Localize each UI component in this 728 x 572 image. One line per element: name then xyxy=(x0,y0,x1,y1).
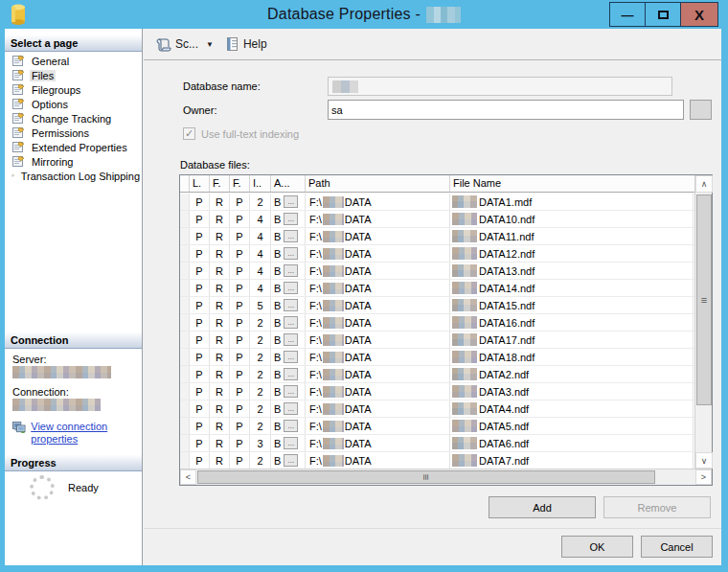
row-selector[interactable] xyxy=(180,366,190,382)
table-row[interactable]: PRP5B...F:\DATADATA15.ndf xyxy=(180,297,694,314)
column-header-autogrowth[interactable]: A... xyxy=(271,175,306,192)
row-selector[interactable] xyxy=(180,349,190,365)
table-row[interactable]: PRP2B...F:\DATADATA2.ndf xyxy=(180,366,694,383)
view-connection-properties[interactable]: View connection properties xyxy=(12,421,137,446)
row-selector[interactable] xyxy=(180,211,190,227)
cell-file-type: R xyxy=(210,280,230,296)
table-row[interactable]: PRP2B...F:\DATADATA3.ndf xyxy=(180,383,694,400)
sidebar-item-general[interactable]: General xyxy=(5,54,142,68)
vertical-scrollbar[interactable]: ∧ ≡ ∨ xyxy=(694,175,712,469)
help-button[interactable]: Help xyxy=(243,37,267,51)
autogrowth-browse-button[interactable]: ... xyxy=(284,247,298,260)
row-selector[interactable] xyxy=(180,418,190,434)
sidebar-item-files[interactable]: Files xyxy=(5,68,142,82)
row-selector[interactable] xyxy=(180,263,190,279)
table-row[interactable]: PRP2B...F:\DATADATA17.ndf xyxy=(180,332,694,349)
row-selector[interactable] xyxy=(180,435,190,451)
column-header-file-type[interactable]: F. xyxy=(210,175,230,192)
autogrowth-browse-button[interactable]: ... xyxy=(284,333,298,346)
add-button[interactable]: Add xyxy=(489,496,596,518)
sidebar-item-options[interactable]: Options xyxy=(5,97,142,111)
autogrowth-browse-button[interactable]: ... xyxy=(284,420,298,432)
view-connection-properties-link[interactable]: View connection properties xyxy=(31,421,137,446)
table-row[interactable]: PRP4B...F:\DATADATA14.ndf xyxy=(180,280,694,297)
scroll-right-icon[interactable]: > xyxy=(695,469,712,485)
cell-initial-size: 2 xyxy=(250,332,271,348)
remove-button[interactable]: Remove xyxy=(603,496,711,518)
autogrowth-browse-button[interactable]: ... xyxy=(284,402,298,415)
autogrowth-browse-button[interactable]: ... xyxy=(284,385,298,398)
logical-name-value: P xyxy=(195,196,202,208)
vertical-scrollbar-thumb[interactable]: ≡ xyxy=(696,194,712,405)
cancel-button[interactable]: Cancel xyxy=(641,536,713,558)
owner-input[interactable] xyxy=(328,100,684,120)
fulltext-checkbox[interactable]: ✓ xyxy=(183,127,195,140)
logical-name-value: P xyxy=(195,214,202,225)
column-header-filegroup[interactable]: F. xyxy=(230,175,250,192)
close-button[interactable]: X xyxy=(680,2,718,27)
autogrowth-browse-button[interactable]: ... xyxy=(284,264,298,277)
autogrowth-browse-button[interactable]: ... xyxy=(284,230,298,242)
row-selector[interactable] xyxy=(180,297,190,313)
column-header-logical-name[interactable]: L. xyxy=(190,175,210,192)
row-selector[interactable] xyxy=(180,332,190,348)
column-header-path[interactable]: Path xyxy=(306,175,450,192)
table-row[interactable]: PRP4B...F:\DATADATA13.ndf xyxy=(180,263,694,280)
minimize-button[interactable]: — xyxy=(609,2,646,27)
row-selector[interactable] xyxy=(180,452,190,469)
filegroup-value: P xyxy=(236,421,242,432)
row-selector[interactable] xyxy=(180,280,190,296)
sidebar-item-mirroring[interactable]: Mirroring xyxy=(5,154,142,169)
autogrowth-browse-button[interactable]: ... xyxy=(284,316,298,329)
cell-filegroup: P xyxy=(230,245,250,262)
table-row[interactable]: PRP4B...F:\DATADATA10.ndf xyxy=(180,211,694,228)
titlebar[interactable]: Database Properties - — X xyxy=(0,0,728,29)
scroll-down-icon[interactable]: ∨ xyxy=(695,452,713,469)
table-row[interactable]: PRP2B...F:\DATADATA1.mdf xyxy=(180,194,694,211)
horizontal-scrollbar-thumb[interactable]: ≡ xyxy=(197,470,655,484)
table-row[interactable]: PRP2B...F:\DATADATA7.ndf xyxy=(180,452,694,469)
filegroup-value: P xyxy=(236,317,242,329)
initial-size-value: 2 xyxy=(257,421,262,432)
row-selector[interactable] xyxy=(180,400,190,417)
column-header-file-name[interactable]: File Name xyxy=(450,175,694,192)
autogrowth-browse-button[interactable]: ... xyxy=(284,454,298,467)
owner-browse-button[interactable] xyxy=(690,100,712,120)
autogrowth-browse-button[interactable]: ... xyxy=(284,351,298,363)
script-button[interactable]: Sc... xyxy=(175,37,198,51)
sidebar-item-filegroups[interactable]: Filegroups xyxy=(5,82,142,97)
sidebar-item-transaction-log-shipping[interactable]: Transaction Log Shipping xyxy=(5,169,142,183)
horizontal-scrollbar[interactable]: < ≡ > xyxy=(180,469,712,485)
row-selector[interactable] xyxy=(180,228,190,244)
column-header-initial-size[interactable]: I.. xyxy=(250,175,271,192)
autogrowth-browse-button[interactable]: ... xyxy=(284,437,298,449)
row-selector[interactable] xyxy=(180,194,190,210)
row-selector[interactable] xyxy=(180,245,190,262)
autogrowth-browse-button[interactable]: ... xyxy=(284,282,298,294)
initial-size-value: 4 xyxy=(257,265,262,277)
sidebar-item-change-tracking[interactable]: Change Tracking xyxy=(5,111,142,126)
table-row[interactable]: PRP3B...F:\DATADATA6.ndf xyxy=(180,435,694,452)
autogrowth-browse-button[interactable]: ... xyxy=(284,368,298,380)
table-row[interactable]: PRP2B...F:\DATADATA5.ndf xyxy=(180,418,694,435)
table-row[interactable]: PRP4B...F:\DATADATA11.ndf xyxy=(180,228,694,245)
scroll-left-icon[interactable]: < xyxy=(180,469,196,485)
script-dropdown-icon[interactable]: ▼ xyxy=(206,40,214,49)
cell-path: F:\DATA xyxy=(306,245,450,262)
maximize-button[interactable] xyxy=(645,2,681,27)
sidebar-item-permissions[interactable]: Permissions xyxy=(5,126,142,140)
autogrowth-browse-button[interactable]: ... xyxy=(284,213,298,225)
table-row[interactable]: PRP4B...F:\DATADATA12.ndf xyxy=(180,245,694,263)
row-selector[interactable] xyxy=(180,383,190,400)
filegroup-value: P xyxy=(236,196,242,208)
row-selector[interactable] xyxy=(180,314,190,331)
scroll-up-icon[interactable]: ∧ xyxy=(695,175,713,193)
table-row[interactable]: PRP2B...F:\DATADATA16.ndf xyxy=(180,314,694,332)
autogrowth-browse-button[interactable]: ... xyxy=(284,195,298,208)
ok-button[interactable]: OK xyxy=(561,536,633,558)
initial-size-value: 2 xyxy=(257,317,262,329)
table-row[interactable]: PRP2B...F:\DATADATA4.ndf xyxy=(180,400,694,418)
autogrowth-browse-button[interactable]: ... xyxy=(284,299,298,311)
sidebar-item-extended-properties[interactable]: Extended Properties xyxy=(5,140,142,154)
table-row[interactable]: PRP2B...F:\DATADATA18.ndf xyxy=(180,349,694,366)
